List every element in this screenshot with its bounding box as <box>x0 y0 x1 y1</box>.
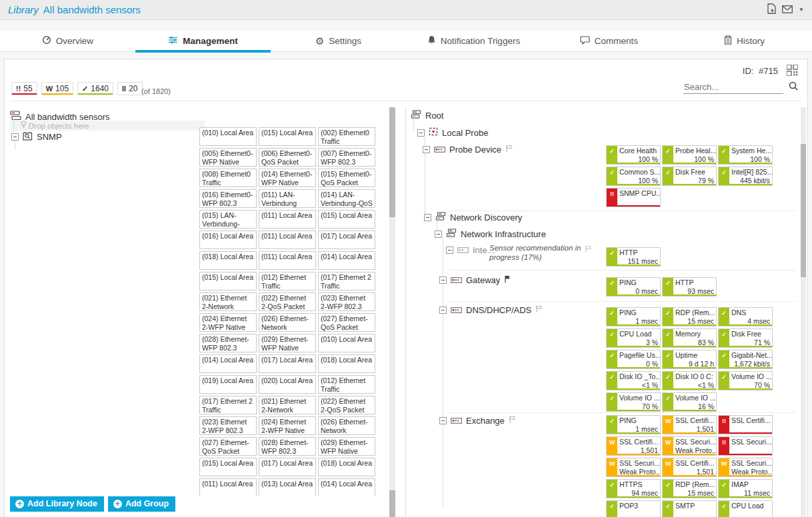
library-sensor-box[interactable]: (017) Local Area <box>259 354 316 373</box>
sensor-box[interactable]: SNMP CPU... <box>606 188 661 207</box>
sensor-box[interactable]: Volume IO ...16 % <box>662 392 717 412</box>
add-group-button[interactable]: Add Group <box>108 496 175 512</box>
sensor-box[interactable]: PING0 msec <box>606 277 661 296</box>
library-sensor-box[interactable]: (015) Ethernet0-QoS Packet <box>318 169 375 187</box>
library-sensor-box[interactable]: (018) Local Area <box>318 458 375 476</box>
library-sensor-box[interactable]: (024) Ethernet 2-WFP Native <box>259 416 316 435</box>
sensor-box[interactable]: Disk IO 0 C:<1 % <box>662 371 717 390</box>
sensor-box[interactable]: DNS4 msec <box>718 307 773 326</box>
library-sensor-box[interactable]: (013) Local Area <box>259 478 316 496</box>
library-sensor-box[interactable]: (005) Ethernet0-WFP Native <box>199 148 257 167</box>
sensor-box[interactable]: PING1 msec <box>606 307 661 326</box>
tree-row-probe-device[interactable]: Probe Device <box>423 145 513 155</box>
collapse-toggle[interactable] <box>417 129 425 137</box>
sensor-box[interactable]: SSL Certifi...1,501 <box>662 415 717 434</box>
library-sensor-box[interactable]: (021) Ethernet 2-Network <box>199 292 257 311</box>
sensor-box[interactable]: SSL Securi...Weak Proto... <box>718 458 773 477</box>
library-sensor-box[interactable]: (014) Local Area <box>318 478 375 496</box>
sensor-box[interactable]: Pagefile Us...0 % <box>606 350 661 369</box>
library-sensor-box[interactable]: (026) Ethernet-Network <box>318 416 375 435</box>
add-library-node-button[interactable]: Add Library Node <box>10 496 104 512</box>
library-sensor-box[interactable]: (014) LAN-Verbindung-QoS <box>318 189 375 208</box>
tree-row-dns-dhcp-ads[interactable]: DNS/DHCP/ADS <box>439 305 543 315</box>
sensor-box[interactable]: Volume IO ...70 % <box>718 371 773 390</box>
sensor-box[interactable]: SMTP <box>662 500 717 517</box>
sensor-box[interactable]: Uptime9 d 12 h <box>662 350 717 369</box>
collapse-toggle[interactable] <box>423 146 430 153</box>
library-sensor-box[interactable]: (010) Local Area <box>199 127 257 146</box>
library-sensor-box[interactable]: (014) Local Area <box>318 251 375 270</box>
library-sensor-box[interactable]: (028) Ethernet-WFP 802.3 <box>199 334 257 352</box>
library-sensor-box[interactable]: (022) Ethernet 2-QoS Packet <box>318 396 375 414</box>
status-badge[interactable]: ✓ 1640 <box>77 82 113 95</box>
library-sensor-box[interactable]: (017) Ethernet 2 Traffic <box>199 396 257 414</box>
tree-row-network-discovery[interactable]: Network Discovery <box>424 212 522 223</box>
sensor-box[interactable]: POP3 <box>606 500 661 517</box>
collapse-toggle[interactable] <box>439 276 447 284</box>
library-sensor-box[interactable]: (015) Local Area <box>199 458 257 476</box>
library-sensor-box[interactable]: (011) LAN-Verbindung <box>259 189 316 208</box>
sensor-box[interactable]: IMAP11 msec <box>718 479 773 498</box>
library-sensor-box[interactable]: (015) Local Area <box>318 210 375 229</box>
library-sensor-box[interactable]: (011) Local Area <box>259 210 316 229</box>
library-node-snmp[interactable]: SNMP <box>11 131 62 143</box>
add-report-icon[interactable] <box>767 3 776 17</box>
library-sensor-box[interactable]: (024) Ethernet 2-WFP Native <box>199 313 257 332</box>
sensor-box[interactable]: SSL Certifi...1,501 <box>662 458 717 477</box>
sensor-box[interactable]: HTTP93 msec <box>662 277 717 296</box>
sensor-box[interactable]: CPU Load3 % <box>606 328 661 348</box>
sensor-box[interactable]: Volume IO ...70 % <box>606 392 661 412</box>
tab-overview[interactable]: Overview <box>0 31 135 51</box>
library-sensor-box[interactable]: (029) Ethernet-WFP Native <box>318 437 375 456</box>
collapse-toggle[interactable] <box>424 214 431 221</box>
library-sensor-box[interactable]: (022) Ethernet 2-QoS Packet <box>259 292 316 311</box>
tree-row-exchange[interactable]: Exchange <box>439 416 517 426</box>
library-sensor-box[interactable]: (002) Ethernet0 Traffic <box>318 127 375 146</box>
sensor-box[interactable]: System He...100 % <box>718 145 773 165</box>
status-badge[interactable]: II 20 <box>117 82 142 95</box>
sensor-box[interactable]: Disk IO _To...<1 % <box>606 371 661 390</box>
sensor-box[interactable]: HTTP151 msec <box>606 247 661 266</box>
tab-settings[interactable]: ⚙ Settings <box>271 31 406 51</box>
library-sensor-box[interactable]: (017) Local Area <box>318 231 375 249</box>
tree-row-network-infrastructure[interactable]: Network Infrastructure <box>435 229 546 240</box>
library-sensor-box[interactable]: (016) Ethernet0-WFP 802.3 <box>199 189 257 208</box>
library-sensor-box[interactable]: (026) Ethernet-Network <box>259 313 316 332</box>
library-sensor-box[interactable]: (015) LAN-Verbindung- <box>199 210 257 229</box>
library-sensor-box[interactable]: (015) Local Area <box>259 127 316 146</box>
email-icon[interactable] <box>782 4 793 16</box>
library-sensor-box[interactable]: (018) Local Area <box>199 251 257 270</box>
search-icon[interactable] <box>789 81 798 93</box>
sensor-box[interactable]: Common S...100 % <box>606 167 661 186</box>
library-sensor-box[interactable]: (006) Ethernet0-QoS Packet <box>259 148 316 167</box>
tab-history[interactable]: History <box>677 31 812 51</box>
sensor-box[interactable]: RDP (Rem...15 msec <box>662 307 717 326</box>
library-sensor-box[interactable]: (023) Ethernet 2-WFP 802.3 <box>199 416 257 435</box>
caret-down-icon[interactable]: ▼ <box>799 7 804 13</box>
sensor-box[interactable]: PING1 msec <box>606 415 661 434</box>
status-badge[interactable]: !! 55 <box>11 82 37 95</box>
library-sensor-box[interactable]: (028) Ethernet-WFP 802.3 <box>259 437 316 456</box>
left-panel-scrollbar[interactable] <box>389 107 395 517</box>
sensor-box[interactable]: Probe Heal...100 % <box>662 145 717 165</box>
tree-row-local-probe[interactable]: Local Probe <box>417 127 488 138</box>
collapse-toggle[interactable] <box>446 247 453 254</box>
library-sensor-box[interactable]: (012) Ethernet Traffic <box>259 272 316 290</box>
qr-code-icon[interactable] <box>787 65 798 79</box>
flag-icon[interactable] <box>585 244 593 256</box>
sensor-box[interactable]: Disk Free71 % <box>718 328 773 348</box>
library-sensor-box[interactable]: (027) Ethernet-QoS Packet <box>199 437 257 456</box>
tree-row-root[interactable]: Root <box>411 110 443 121</box>
status-badge[interactable]: W 105 <box>41 82 73 95</box>
sensor-box[interactable]: SSL Securi...Weak Proto... <box>606 458 661 477</box>
flag-icon[interactable] <box>509 416 517 426</box>
library-sensor-box[interactable]: (011) Local Area <box>199 478 257 496</box>
scrollbar-thumb[interactable] <box>389 107 395 217</box>
sensor-box[interactable]: Core Health100 % <box>606 145 661 165</box>
library-sensor-box[interactable]: (016) Local Area <box>199 231 257 249</box>
library-sensor-box[interactable]: (014) Ethernet0-WFP Native <box>259 169 316 187</box>
sensor-box[interactable]: Gigabit-Net...1,672 kbit/s <box>718 350 773 369</box>
library-sensor-box[interactable]: (019) Local Area <box>199 375 257 394</box>
sensor-box[interactable]: CPU Load <box>718 500 773 517</box>
library-sensor-box[interactable]: (023) Ethernet 2-WFP 802.3 <box>318 292 375 311</box>
